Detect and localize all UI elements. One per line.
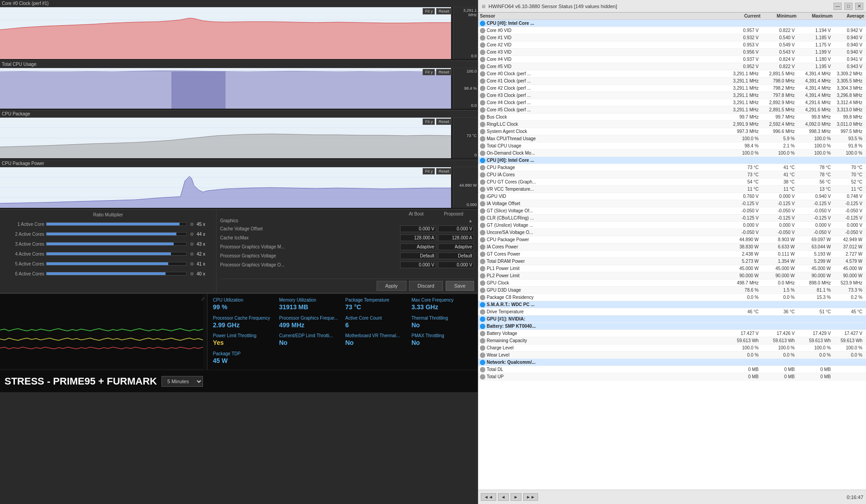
hwinfo-content[interactable]: CPU [#0]: Intel Core ... Core #0 VID 0.9…	[478, 20, 866, 490]
nav-prev-btn[interactable]: ◄	[498, 493, 509, 501]
hwinfo-row[interactable]: IA Voltage Offset -0.125 V -0.125 V -0.1…	[478, 200, 866, 207]
hwinfo-row[interactable]: Core #3 Clock (perf ... 3,291.1 MHz 797.…	[478, 92, 866, 99]
nav-last-btn[interactable]: ►►	[523, 493, 539, 501]
minimize-btn[interactable]: —	[834, 3, 842, 10]
sensor-avg: 93.5 %	[833, 136, 864, 141]
ratio-icon-5: ⚙	[189, 261, 195, 266]
chart-controls-4: Fit y Reset	[423, 168, 451, 174]
hwinfo-row[interactable]: GT Cores Power 2.438 W 0.111 W 5.193 W 2…	[478, 251, 866, 258]
ymax-2: 100.0	[454, 69, 477, 73]
sensor-avg: 99.8 MHz	[833, 115, 864, 119]
hwinfo-row[interactable]: GT (Slice) Voltage Of... -0.050 V -0.050…	[478, 207, 866, 215]
hwinfo-row[interactable]: Max CPU/Thread Usage 100.0 % 5.9 % 100.0…	[478, 135, 866, 142]
time-select[interactable]: 5 Minutes 10 Minutes 15 Minutes 30 Minut…	[161, 376, 203, 387]
hwinfo-row[interactable]: Core #4 VID 0.937 V 0.824 V 1.180 V 0.94…	[478, 56, 866, 63]
sensor-max: 17.429 V	[797, 331, 833, 336]
hwinfo-row[interactable]: Core #5 Clock (perf ... 3,291.1 MHz 2,89…	[478, 106, 866, 114]
hwinfo-row[interactable]: Core #0 Clock (perf ... 3,291.1 MHz 2,89…	[478, 70, 866, 78]
hwinfo-row[interactable]: CPU Package Power 44.890 W 8.903 W 69.09…	[478, 236, 866, 243]
hwinfo-row[interactable]: Drive Temperature 46 °C 36 °C 51 °C 45 °…	[478, 308, 866, 316]
sensor-avg: 100.0 %	[833, 151, 864, 156]
hwinfo-row[interactable]: Package C8 Residency 0.0 % 0.0 % 15.3 % …	[478, 294, 866, 301]
hwinfo-section-header: Battery: SMP KT0040...	[478, 323, 866, 330]
hwinfo-row[interactable]: PL2 Power Limit 90.000 W 90.000 W 90.000…	[478, 272, 866, 279]
sensor-status-icon	[480, 230, 485, 235]
reset-btn-3[interactable]: Reset	[436, 119, 451, 125]
hwinfo-row[interactable]: Total UP 0 MB 0 MB 0 MB	[478, 373, 866, 380]
hwinfo-row[interactable]: Core #2 Clock (perf ... 3,291.1 MHz 798.…	[478, 85, 866, 92]
hwinfo-row[interactable]: GPU D3D Usage 78.6 % 1.5 % 81.1 % 73.3 %	[478, 287, 866, 294]
reset-btn-4[interactable]: Reset	[436, 168, 451, 174]
reset-btn-1[interactable]: Reset	[436, 8, 451, 14]
hwinfo-row[interactable]: System Agent Clock 997.3 MHz 996.6 MHz 9…	[478, 128, 866, 135]
hwinfo-row[interactable]: Core #2 VID 0.953 V 0.549 V 1.175 V 0.94…	[478, 41, 866, 49]
nav-first-btn[interactable]: ◄◄	[481, 493, 496, 501]
sensor-status-icon	[480, 143, 485, 149]
sensor-current: 0.957 V	[724, 28, 760, 33]
settings-val-cache-voltage-left[interactable]: 0.000 V	[400, 225, 436, 232]
hwinfo-row[interactable]: Total DL 0 MB 0 MB 0 MB	[478, 366, 866, 373]
hwinfo-row[interactable]: PL1 Power Limit 45.000 W 45.000 W 45.000…	[478, 265, 866, 272]
hwinfo-row[interactable]: Uncore/SA Voltage O... -0.050 V -0.050 V…	[478, 229, 866, 236]
section-icon	[480, 302, 485, 307]
hwinfo-row[interactable]: Wear Level 0.0 % 0.0 % 0.0 % 0.0 %	[478, 352, 866, 359]
hwinfo-row[interactable]: Charge Level 100.0 % 100.0 % 100.0 % 100…	[478, 344, 866, 352]
sensor-status-icon	[480, 338, 485, 344]
hwinfo-row[interactable]: CPU Package 73 °C 41 °C 78 °C 70 °C	[478, 164, 866, 171]
settings-val-gpu-vo-left[interactable]: 0.000 V	[400, 261, 436, 268]
hwinfo-row[interactable]: On-Demand Clock Mo... 100.0 % 100.0 % 10…	[478, 150, 866, 157]
hwinfo-row[interactable]: Core #5 VID 0.952 V 0.822 V 1.195 V 0.94…	[478, 63, 866, 70]
settings-val-cache-voltage-right[interactable]: 0.000 V	[438, 225, 474, 232]
hwinfo-row[interactable]: Total CPU Usage 98.4 % 2.1 % 100.0 % 91.…	[478, 142, 866, 150]
hwinfo-row[interactable]: VR VCC Temperature... 11 °C 11 °C 13 °C …	[478, 186, 866, 193]
nav-next-btn[interactable]: ►	[511, 493, 521, 501]
maximize-btn[interactable]: □	[844, 3, 852, 10]
metric-active-cores-label: Active Core Count	[345, 316, 406, 321]
settings-val-iccmax-right[interactable]: 128.000 A	[438, 234, 474, 241]
hwinfo-row[interactable]: GPU Clock 498.7 MHz 0.0 MHz 898.0 MHz 52…	[478, 279, 866, 287]
hwinfo-row[interactable]: CPU GT Cores (Graph... 54 °C 38 °C 56 °C…	[478, 179, 866, 186]
hwinfo-row[interactable]: Core #0 VID 0.957 V 0.822 V 1.194 V 0.94…	[478, 27, 866, 34]
hwinfo-row[interactable]: Core #1 VID 0.932 V 0.540 V 1.185 V 0.94…	[478, 34, 866, 41]
fit-btn-4[interactable]: Fit y	[423, 168, 435, 174]
hwinfo-row[interactable]: Remaining Capacity 59.613 Wh 59.613 Wh 5…	[478, 337, 866, 344]
close-btn[interactable]: ✕	[855, 3, 863, 10]
hwinfo-row[interactable]: GT (Unslice) Voltage ... 0.000 V 0.000 V…	[478, 222, 866, 229]
sensor-min: 99.7 MHz	[760, 115, 797, 119]
sensor-avg: -0.125 V	[833, 215, 864, 220]
apply-button[interactable]: Apply	[377, 281, 406, 291]
hwinfo-row[interactable]: IA Cores Power 38.830 W 6.633 W 63.044 W…	[478, 243, 866, 251]
hwinfo-row[interactable]: Ring/LLC Clock 2,991.9 MHz 2,592.4 MHz 4…	[478, 121, 866, 128]
graph-expand-icon[interactable]: ⤢	[201, 296, 205, 302]
metric-pmax-value: No	[411, 339, 472, 346]
settings-val-gpu-vm-right[interactable]: Adaptive	[438, 243, 474, 250]
hwinfo-row[interactable]: Core #4 Clock (perf ... 3,291.1 MHz 2,89…	[478, 99, 866, 106]
hwinfo-row[interactable]: Core #1 Clock (perf ... 3,291.1 MHz 798.…	[478, 78, 866, 85]
hwinfo-row[interactable]: CPU IA Cores 73 °C 41 °C 78 °C 70 °C	[478, 171, 866, 179]
discard-button[interactable]: Discard	[409, 281, 443, 291]
settings-val-gpu-v-right[interactable]: Default	[438, 252, 474, 259]
fit-btn-1[interactable]: Fit y	[423, 8, 435, 14]
hwinfo-titlebar: 🖥 HWiNFO64 v6.10-3880 Sensor Status [149…	[478, 0, 866, 13]
fit-btn-2[interactable]: Fit y	[423, 69, 435, 75]
hwinfo-row[interactable]: Total DRAM Power 5.273 W 1.354 W 5.299 W…	[478, 258, 866, 265]
settings-val-gpu-vm-left[interactable]: Adaptive	[400, 243, 436, 250]
section-header-label: CPU [#0]: Intel Core ...	[480, 158, 724, 163]
hwinfo-row[interactable]: Bus Clock 99.7 MHz 99.7 MHz 99.8 MHz 99.…	[478, 114, 866, 121]
hwinfo-row[interactable]: Core #3 VID 0.956 V 0.543 V 1.199 V 0.94…	[478, 49, 866, 56]
settings-val-gpu-vo-right[interactable]: 0.000 V	[438, 261, 474, 268]
settings-val-iccmax-left[interactable]: 128.000 A	[400, 234, 436, 241]
save-button[interactable]: Save	[446, 281, 474, 291]
fit-btn-3[interactable]: Fit y	[423, 119, 435, 125]
sensor-current: 3,291.1 MHz	[724, 107, 760, 112]
metric-cpu-util-label: CPU Utilization	[213, 298, 274, 302]
hwinfo-row[interactable]: CLR (CBo/LLC/Ring) ... -0.125 V -0.125 V…	[478, 215, 866, 222]
hwinfo-row[interactable]: Battery Voltage 17.427 V 17.426 V 17.429…	[478, 330, 866, 337]
settings-val-gpu-v-left[interactable]: Default	[400, 252, 436, 259]
chart-yaxis-2: 100.0 98.4 % 0.0	[453, 68, 478, 109]
sensor-max: -0.050 V	[797, 208, 833, 213]
reset-btn-2[interactable]: Reset	[436, 69, 451, 75]
hwinfo-row[interactable]: iGPU VID 0.760 V 0.000 V 0.940 V 0.748 V	[478, 193, 866, 200]
sensor-status-icon	[480, 244, 485, 250]
settings-collapse[interactable]: ▲	[467, 218, 474, 223]
